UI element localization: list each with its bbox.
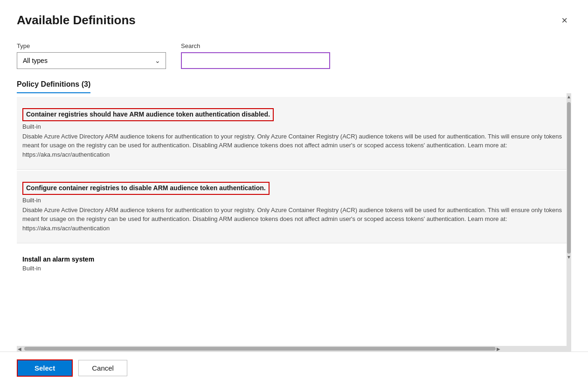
policy-title: Configure container registries to disabl…: [22, 182, 270, 195]
type-select[interactable]: All types Built-in Custom: [17, 52, 166, 69]
dialog-footer: Select Cancel: [0, 352, 588, 386]
search-label: Search: [181, 42, 330, 49]
type-select-wrapper: All types Built-in Custom ⌄: [17, 52, 166, 69]
scroll-down-arrow[interactable]: ▼: [567, 254, 571, 261]
available-definitions-dialog: Available Definitions × Type All types B…: [0, 0, 588, 386]
policy-type: Built-in: [22, 265, 566, 272]
dialog-title: Available Definitions: [17, 13, 136, 28]
type-filter-group: Type All types Built-in Custom ⌄: [17, 42, 166, 69]
policy-list[interactable]: Container registries should have ARM aud…: [0, 97, 588, 346]
scroll-thumb[interactable]: [567, 102, 571, 254]
select-button[interactable]: Select: [17, 359, 73, 377]
list-item[interactable]: Container registries should have ARM aud…: [17, 97, 571, 170]
policy-type: Built-in: [22, 197, 566, 204]
list-item[interactable]: Install an alarm system Built-in: [17, 244, 571, 284]
type-label: Type: [17, 42, 166, 49]
policy-title: Container registries should have ARM aud…: [22, 108, 274, 121]
horizontal-scrollbar[interactable]: ◀ ▶: [17, 346, 571, 352]
h-scroll-left-arrow[interactable]: ◀: [17, 346, 22, 352]
policy-desc: Disable Azure Active Directory ARM audie…: [22, 132, 566, 159]
h-scroll-thumb[interactable]: [24, 347, 496, 351]
list-item[interactable]: Configure container registries to disabl…: [17, 171, 571, 243]
policy-desc: Disable Azure Active Directory ARM audie…: [22, 206, 566, 233]
filters-row: Type All types Built-in Custom ⌄ Search: [0, 33, 588, 76]
cancel-button[interactable]: Cancel: [78, 360, 127, 376]
search-filter-group: Search: [181, 42, 330, 69]
policy-title: Install an alarm system: [22, 255, 566, 263]
section-title: Policy Definitions (3): [17, 80, 90, 93]
search-input[interactable]: [181, 52, 330, 69]
vertical-scrollbar[interactable]: ▲ ▼: [567, 93, 571, 346]
scroll-up-arrow[interactable]: ▲: [567, 93, 571, 100]
section-header: Policy Definitions (3): [0, 76, 588, 93]
h-scroll-right-arrow[interactable]: ▶: [496, 346, 501, 352]
policy-list-outer: Container registries should have ARM aud…: [0, 93, 588, 346]
close-button[interactable]: ×: [558, 14, 571, 28]
policy-type: Built-in: [22, 123, 566, 130]
dialog-header: Available Definitions ×: [0, 0, 588, 33]
